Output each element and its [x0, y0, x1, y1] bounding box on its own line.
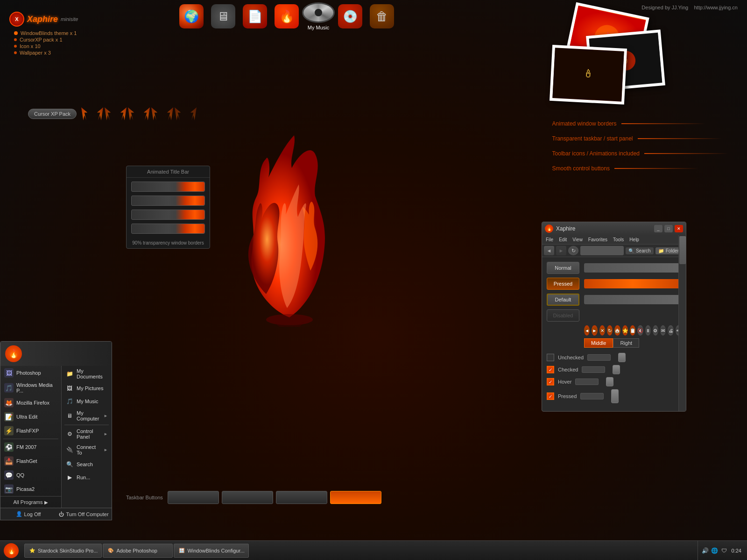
taskbar-btn-1[interactable] [168, 491, 219, 504]
nav-icon-back[interactable]: ◄ [584, 325, 590, 336]
menu-help[interactable]: Help [627, 237, 641, 243]
nav-icon-pause[interactable]: ⏸ [645, 325, 651, 336]
my-documents-icon: 📁 [65, 370, 74, 378]
window-scrollbar[interactable] [678, 235, 686, 411]
scrollbar-4[interactable] [611, 389, 619, 403]
dock-icon-flame[interactable]: 🔥 [273, 2, 301, 30]
window-menubar: File Edit View Favorites Tools Help [542, 235, 686, 245]
scrollbar-thumb[interactable] [679, 236, 686, 264]
taskbar-task-windowblinds[interactable]: 🪟 WindowBlinds Configur... [174, 544, 248, 558]
checkbox-unchecked[interactable] [547, 354, 554, 361]
default-button[interactable]: Default [547, 294, 579, 306]
menu-item-picasa[interactable]: 📷 Picasa2 [0, 482, 61, 496]
nav-icon-mail[interactable]: ✉ [660, 325, 666, 336]
nav-icon-home[interactable]: 🏠 [614, 325, 620, 336]
menu-item-flashfxp[interactable]: ⚡ FlashFXP [0, 424, 61, 438]
all-programs-btn[interactable]: All Programs ▶ [0, 496, 61, 508]
menu-view[interactable]: View [571, 237, 585, 243]
dock-icon-disk[interactable]: 💿 [336, 2, 364, 30]
photo-inner-3: 🕯 [552, 48, 624, 102]
right-item-search[interactable]: 🔍 Search [62, 458, 112, 471]
nav-address-bar[interactable] [580, 246, 624, 255]
brand-url: http://www.jjying.cn [694, 5, 738, 10]
log-off-button[interactable]: 👤 Log Off [0, 508, 56, 520]
my-pictures-icon: 🖼 [65, 384, 74, 392]
menu-item-firefox[interactable]: 🦊 Mozilla Firefox [0, 396, 61, 410]
right-item-my-music[interactable]: 🎵 My Music [62, 395, 112, 408]
nav-icon-history[interactable]: 📋 [630, 325, 635, 336]
xaphire-items: WindowBlinds theme x 1 CursorXP pack x 1… [14, 30, 78, 56]
restore-button[interactable]: □ [664, 225, 673, 232]
cursor-xp-btn[interactable]: Cursor XP Pack [28, 109, 77, 119]
close-button[interactable]: ✕ [675, 225, 683, 232]
scrollbar-1[interactable] [618, 353, 626, 362]
menu-item-ultraedit[interactable]: 📝 Ultra Edit [0, 410, 61, 424]
normal-button[interactable]: Normal [547, 262, 579, 274]
tray-icon-network[interactable]: 🌐 [711, 547, 719, 554]
nav-icon-favorites[interactable]: ⭐ [622, 325, 628, 336]
my-music-area[interactable]: My Music [304, 2, 332, 30]
tab-right[interactable]: Right [613, 338, 639, 348]
menu-tools[interactable]: Tools [611, 237, 626, 243]
nav-icon-forward[interactable]: ► [592, 325, 597, 336]
minimize-button[interactable]: _ [654, 225, 662, 232]
taskbar-task-stardock[interactable]: ⭐ Stardock SkinStudio Pro... [24, 544, 102, 558]
taskbar-btn-2[interactable] [222, 491, 273, 504]
right-item-my-computer[interactable]: 🖥 My Computer ► [62, 408, 112, 424]
windows-media-label: Windows Media P... [16, 382, 57, 393]
scrollbar-2[interactable] [613, 365, 620, 374]
feature-item-1: Transparent taskbar / start panel [552, 135, 728, 142]
menu-favorites[interactable]: Favorites [586, 237, 609, 243]
right-item-my-documents[interactable]: 📁 My Documents [62, 366, 112, 382]
dock-icon-cd[interactable]: My Music [304, 2, 332, 30]
nav-icon-print[interactable]: 🖨 [668, 325, 673, 336]
dock-icon-monitor[interactable]: 🖥 [209, 2, 237, 30]
nav-forward-button[interactable]: ► [556, 246, 566, 255]
checkbox-checked-row: ✓ Checked [547, 364, 681, 376]
checkbox-pressed-label: Pressed [558, 393, 577, 399]
checkbox-hover[interactable]: ✓ [547, 378, 554, 385]
dock-icon-planet[interactable]: 🌍 [177, 2, 205, 30]
tab-middle[interactable]: Middle [584, 338, 613, 348]
right-item-control-panel[interactable]: ⚙ Control Panel ► [62, 426, 112, 442]
search-icon: 🔍 [628, 248, 634, 253]
taskbar-task-photoshop[interactable]: 🎨 Adobe Photoshop [103, 544, 173, 558]
tray-icon-shield[interactable]: 🛡 [720, 547, 728, 554]
nav-icon-refresh[interactable]: ↻ [607, 325, 613, 336]
power-icon: ⏻ [59, 511, 64, 517]
xaphire-item-3: Wallpaper x 3 [14, 50, 78, 56]
tray-icon-sound[interactable]: 🔊 [702, 547, 709, 554]
scrollbar-3[interactable] [606, 377, 613, 386]
start-flame-icon: 🔥 [5, 345, 22, 362]
right-item-my-pictures[interactable]: 🖼 My Pictures [62, 382, 112, 395]
nav-search-button[interactable]: 🔍 Search [626, 247, 654, 254]
dock-icon-document[interactable]: 📄 [241, 2, 269, 30]
taskbar: 🔥 ⭐ Stardock SkinStudio Pro... 🎨 Adobe P… [0, 540, 747, 560]
nav-icon-media[interactable]: 🔇 [637, 325, 643, 336]
nav-icon-settings[interactable]: ⚙ [653, 325, 658, 336]
checkbox-pressed[interactable]: ✓ [547, 392, 554, 400]
menu-edit[interactable]: Edit [557, 237, 569, 243]
right-item-connect-to[interactable]: 🔌 Connect To ► [62, 442, 112, 458]
menu-item-photoshop[interactable]: 🖼 Photoshop [0, 366, 61, 380]
menu-item-flashget[interactable]: 📥 FlashGet [0, 454, 61, 468]
folders-icon: 📁 [658, 248, 664, 253]
menu-file[interactable]: File [544, 237, 555, 243]
checkbox-bar-4 [580, 393, 604, 399]
turn-off-button[interactable]: ⏻ Turn Off Computer [56, 508, 112, 520]
start-button[interactable]: 🔥 [0, 541, 22, 560]
nav-icon-stop[interactable]: ✕ [599, 325, 605, 336]
checkbox-checked[interactable]: ✓ [547, 366, 554, 373]
nav-back-button[interactable]: ◄ [544, 246, 554, 255]
right-item-run[interactable]: ▶ Run... [62, 471, 112, 484]
taskbar-btn-4[interactable] [330, 491, 381, 504]
menu-item-windows-media[interactable]: 🎵 Windows Media P... [0, 380, 61, 396]
dock-icon-trash[interactable]: 🗑 [368, 2, 396, 30]
menu-item-qq[interactable]: 💬 QQ [0, 468, 61, 482]
pressed-button[interactable]: Pressed [547, 278, 579, 290]
svg-text:🕯: 🕯 [583, 67, 594, 80]
taskbar-btn-3[interactable] [276, 491, 327, 504]
menu-item-fm2007[interactable]: ⚽ FM 2007 [0, 440, 61, 454]
nav-refresh-button[interactable]: ↻ [568, 246, 578, 255]
start-button-inner: 🔥 [4, 543, 19, 558]
